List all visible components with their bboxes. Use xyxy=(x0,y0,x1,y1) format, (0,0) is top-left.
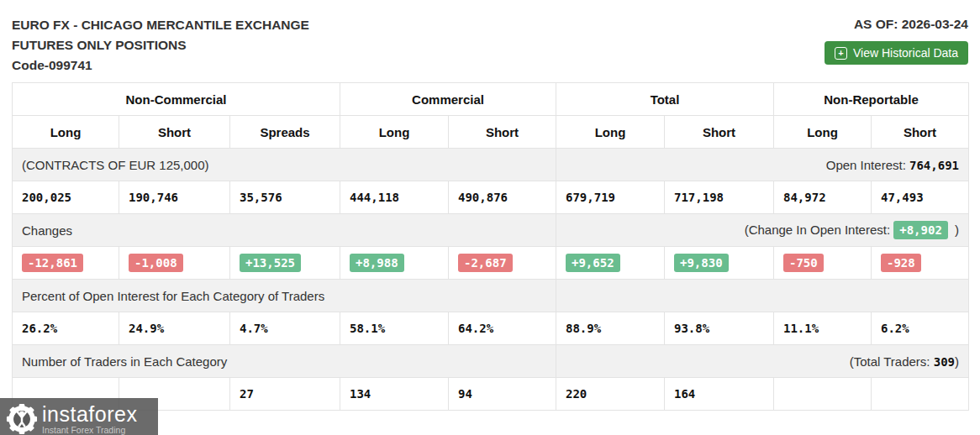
percent-cell: 93.8% xyxy=(665,312,774,345)
percent-cell: 4.7% xyxy=(230,312,340,345)
change-cell: +8,988 xyxy=(340,247,449,280)
positions-cell: 679,719 xyxy=(556,181,665,214)
col-t-long: Long xyxy=(556,116,665,149)
page-header: EURO FX - CHICAGO MERCANTILE EXCHANGE FU… xyxy=(0,0,980,82)
calendar-plus-icon xyxy=(835,47,847,60)
as-of-date: AS OF: 2026-03-24 xyxy=(825,15,968,34)
change-open-interest-cell: (Change In Open Interest: +8,902 ) xyxy=(556,214,969,247)
change-badge: -928 xyxy=(881,254,921,272)
change-cell: +13,525 xyxy=(230,247,340,280)
view-historical-data-button[interactable]: View Historical Data xyxy=(825,41,968,65)
change-oi-suffix: ) xyxy=(955,223,959,237)
group-header-row: Non-Commercial Commercial Total Non-Repo… xyxy=(13,83,969,116)
change-badge: +9,652 xyxy=(566,254,620,272)
col-nc-spreads: Spreads xyxy=(230,116,340,149)
col-t-short: Short xyxy=(665,116,774,149)
positions-cell: 717,198 xyxy=(665,181,774,214)
change-cell: -12,861 xyxy=(13,247,119,280)
percent-cell: 11.1% xyxy=(774,312,872,345)
total-traders-value: 309 xyxy=(934,355,955,369)
percent-label: Percent of Open Interest for Each Catego… xyxy=(13,280,556,312)
open-interest-label: Open Interest: xyxy=(826,158,906,172)
col-nr-short: Short xyxy=(872,116,969,149)
change-badge: -2,687 xyxy=(458,254,513,272)
change-badge: -12,861 xyxy=(22,254,83,272)
traders-cell: 164 xyxy=(665,378,774,411)
column-header-row: Long Short Spreads Long Short Long Short… xyxy=(13,116,969,149)
percent-cell: 6.2% xyxy=(872,312,969,345)
traders-cell: 27 xyxy=(230,378,340,411)
percent-label-row: Percent of Open Interest for Each Catego… xyxy=(13,280,969,312)
change-cell: -1,008 xyxy=(119,247,230,280)
positions-cell: 444,118 xyxy=(340,181,449,214)
change-cell: -928 xyxy=(872,247,969,280)
change-cell: +9,652 xyxy=(556,247,665,280)
positions-cell: 47,493 xyxy=(872,181,969,214)
positions-cell: 200,025 xyxy=(13,181,119,214)
total-traders-suffix: ) xyxy=(955,354,959,369)
change-badge: -750 xyxy=(783,254,824,272)
change-badge: +8,988 xyxy=(350,254,404,272)
traders-label-row: Number of Traders in Each Category (Tota… xyxy=(13,345,969,378)
traders-label: Number of Traders in Each Category xyxy=(13,345,556,378)
report-title-block: EURO FX - CHICAGO MERCANTILE EXCHANGE FU… xyxy=(12,15,309,76)
positions-cell: 490,876 xyxy=(449,181,556,214)
view-historical-data-label: View Historical Data xyxy=(853,46,958,60)
instaforex-watermark: instaforex Instant Forex Trading xyxy=(0,398,158,435)
change-cell: +9,830 xyxy=(665,247,774,280)
positions-row: 200,025 190,746 35,576 444,118 490,876 6… xyxy=(13,181,969,214)
watermark-tagline: Instant Forex Trading xyxy=(42,425,137,435)
percent-cell: 58.1% xyxy=(340,312,449,345)
col-c-short: Short xyxy=(449,116,556,149)
total-traders-cell: (Total Traders: 309) xyxy=(556,345,969,378)
contracts-label: (CONTRACTS OF EUR 125,000) xyxy=(13,149,556,181)
change-oi-prefix: (Change In Open Interest: xyxy=(745,223,890,237)
positions-cell: 35,576 xyxy=(230,181,340,214)
cot-report-table: Non-Commercial Commercial Total Non-Repo… xyxy=(12,82,969,411)
traders-cell: 134 xyxy=(340,378,449,411)
instaforex-gear-logo-icon xyxy=(6,403,38,435)
group-non-commercial: Non-Commercial xyxy=(13,83,340,116)
contracts-label-row: (CONTRACTS OF EUR 125,000) Open Interest… xyxy=(13,149,969,181)
changes-row: -12,861 -1,008 +13,525 +8,988 -2,687 +9,… xyxy=(13,247,969,280)
group-total: Total xyxy=(556,83,774,116)
percent-label-right-cell xyxy=(556,280,969,312)
report-code: Code-099741 xyxy=(12,55,309,76)
open-interest-cell: Open Interest: 764,691 xyxy=(556,149,969,181)
positions-cell: 84,972 xyxy=(774,181,872,214)
traders-cell xyxy=(774,378,872,411)
change-cell: -750 xyxy=(774,247,872,280)
col-nc-long: Long xyxy=(13,116,119,149)
change-badge: +9,830 xyxy=(674,254,729,272)
report-subtitle: FUTURES ONLY POSITIONS xyxy=(12,35,309,55)
percent-cell: 64.2% xyxy=(449,312,556,345)
percent-cell: 24.9% xyxy=(119,312,230,345)
total-traders-prefix: (Total Traders: xyxy=(850,354,930,369)
change-badge: +13,525 xyxy=(240,254,301,272)
percent-cell: 26.2% xyxy=(13,312,119,345)
traders-cell: 220 xyxy=(556,378,665,411)
group-commercial: Commercial xyxy=(340,83,556,116)
percent-cell: 88.9% xyxy=(556,312,665,345)
changes-label-row: Changes (Change In Open Interest: +8,902… xyxy=(13,214,969,247)
positions-cell: 190,746 xyxy=(119,181,230,214)
traders-cell xyxy=(872,378,969,411)
header-right-block: AS OF: 2026-03-24 View Historical Data xyxy=(825,15,968,65)
watermark-brand: instaforex xyxy=(42,404,137,424)
col-c-long: Long xyxy=(340,116,449,149)
col-nr-long: Long xyxy=(774,116,872,149)
change-cell: -2,687 xyxy=(449,247,556,280)
group-non-reportable: Non-Reportable xyxy=(774,83,969,116)
watermark-text-block: instaforex Instant Forex Trading xyxy=(42,404,137,435)
traders-cell: 94 xyxy=(449,378,556,411)
report-title: EURO FX - CHICAGO MERCANTILE EXCHANGE xyxy=(12,15,309,35)
col-nc-short: Short xyxy=(119,116,230,149)
change-oi-badge: +8,902 xyxy=(893,221,948,239)
changes-label: Changes xyxy=(13,214,556,247)
percent-row: 26.2% 24.9% 4.7% 58.1% 64.2% 88.9% 93.8%… xyxy=(13,312,969,345)
open-interest-value: 764,691 xyxy=(909,159,959,172)
change-badge: -1,008 xyxy=(129,254,183,272)
